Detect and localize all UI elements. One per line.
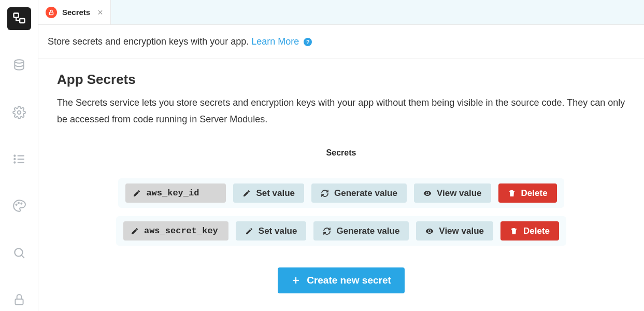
delete-button[interactable]: Delete — [498, 183, 557, 203]
sidebar-item-list[interactable] — [7, 148, 31, 171]
svg-rect-0 — [13, 13, 18, 18]
plus-icon — [291, 276, 300, 285]
learn-more-link[interactable]: Learn More — [251, 36, 299, 47]
sidebar-item-secrets[interactable] — [7, 288, 31, 311]
sidebar-item-database[interactable] — [7, 54, 31, 77]
secret-name: aws_secret_key — [144, 227, 218, 235]
generate-value-label: Generate value — [334, 189, 397, 197]
svg-line-14 — [21, 255, 24, 258]
intro-text: Store secrets and encryption keys with y… — [48, 36, 249, 47]
svg-point-10 — [16, 204, 17, 205]
tab-label: Secrets — [62, 8, 90, 17]
secret-row: aws_secret_key Set value Generate value … — [116, 216, 566, 246]
page-title: App Secrets — [57, 72, 625, 88]
svg-point-3 — [17, 110, 21, 114]
set-value-button[interactable]: Set value — [233, 183, 304, 203]
svg-rect-1 — [20, 19, 24, 23]
page-description: The Secrets service lets you store secre… — [57, 95, 625, 128]
svg-point-4 — [14, 155, 15, 156]
lock-badge-icon — [46, 7, 57, 18]
secret-name-pill[interactable]: aws_key_id — [125, 183, 226, 203]
secrets-panel: App Secrets The Secrets service lets you… — [38, 59, 644, 309]
pencil-icon — [242, 189, 251, 197]
svg-point-6 — [14, 159, 15, 160]
trash-icon — [508, 189, 516, 197]
refresh-icon — [323, 227, 331, 235]
view-value-button[interactable]: View value — [416, 221, 493, 241]
pencil-icon — [245, 227, 253, 235]
sidebar-item-theme[interactable] — [7, 194, 31, 217]
svg-point-2 — [15, 60, 23, 64]
database-icon — [12, 59, 26, 72]
lock-icon — [12, 293, 26, 306]
list-icon — [12, 152, 26, 166]
pencil-icon — [133, 189, 141, 197]
search-icon — [12, 246, 26, 260]
main-area: Secrets × Store secrets and encryption k… — [38, 0, 644, 311]
svg-point-12 — [21, 203, 22, 204]
delete-label: Delete — [521, 189, 548, 197]
create-secret-label: Create new secret — [307, 275, 391, 286]
help-icon[interactable]: ? — [304, 38, 312, 46]
gear-icon — [12, 106, 26, 119]
svg-point-8 — [14, 162, 15, 163]
sidebar-item-settings[interactable] — [7, 101, 31, 124]
delete-button[interactable]: Delete — [500, 221, 559, 241]
set-value-label: Set value — [259, 227, 297, 235]
tab-secrets[interactable]: Secrets × — [38, 0, 111, 24]
secret-name: aws_key_id — [146, 189, 199, 197]
secrets-table-heading: Secrets — [57, 148, 625, 158]
svg-rect-16 — [50, 12, 53, 15]
sidebar — [0, 0, 38, 311]
folder-tree-icon — [12, 11, 26, 26]
eye-icon — [425, 227, 434, 235]
svg-point-11 — [18, 203, 19, 204]
sidebar-item-files[interactable] — [7, 7, 31, 30]
set-value-label: Set value — [256, 189, 295, 197]
pencil-icon — [131, 227, 139, 235]
palette-icon — [12, 199, 26, 213]
generate-value-button[interactable]: Generate value — [313, 221, 409, 241]
close-icon[interactable]: × — [97, 8, 103, 17]
view-value-label: View value — [437, 189, 482, 197]
tab-bar: Secrets × — [38, 0, 644, 25]
view-value-button[interactable]: View value — [414, 183, 491, 203]
secret-row: aws_key_id Set value Generate value View… — [118, 178, 564, 208]
intro-bar: Store secrets and encryption keys with y… — [38, 25, 644, 59]
sidebar-item-search[interactable] — [7, 241, 31, 264]
generate-value-button[interactable]: Generate value — [311, 183, 407, 203]
svg-point-13 — [15, 248, 22, 256]
svg-rect-15 — [15, 299, 23, 305]
delete-label: Delete — [523, 227, 550, 235]
secret-name-pill[interactable]: aws_secret_key — [123, 221, 228, 241]
generate-value-label: Generate value — [336, 227, 399, 235]
refresh-icon — [321, 189, 329, 197]
set-value-button[interactable]: Set value — [236, 221, 307, 241]
view-value-label: View value — [439, 227, 484, 235]
eye-icon — [423, 189, 432, 197]
create-secret-button[interactable]: Create new secret — [278, 267, 405, 293]
secrets-table: aws_key_id Set value Generate value View… — [57, 178, 625, 293]
trash-icon — [510, 227, 518, 235]
